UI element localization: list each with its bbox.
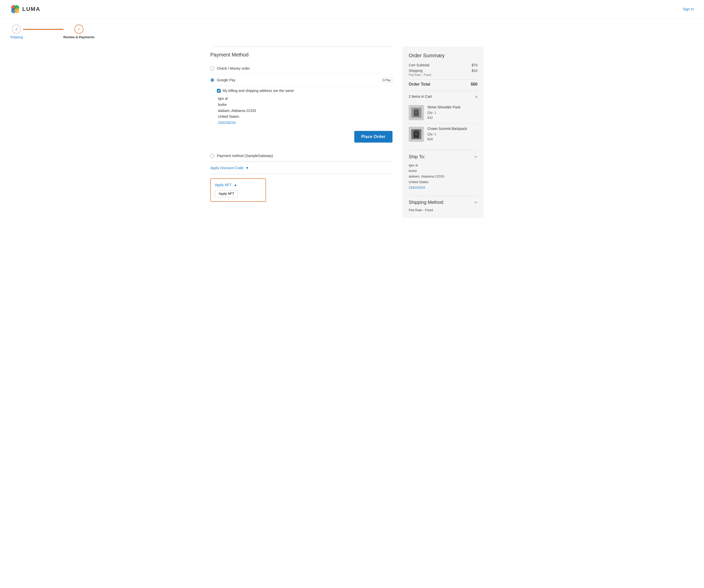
step-shipping-circle: ✓ [12,24,21,34]
items-in-cart-row[interactable]: 2 Items in Cart ∧ [409,91,477,99]
shipping-sub: Flat Rate - Fixed [409,73,477,77]
main-container: Payment Method Check / Money order Googl… [200,47,504,218]
cart-items-list: Strive Shoulder Pack Qty: 1 $32 [409,102,477,145]
order-summary-box: Order Summary Cart Subtotal $70 Shipping… [403,47,484,218]
radio-googlepay[interactable] [210,78,214,82]
billing-city: burke [218,102,393,108]
apply-discount-row[interactable]: Apply Discount Code ▼ [210,162,393,174]
cart-item-2-qty: Qty: 1 [427,132,477,137]
ship-to-header: Ship To: ✏ [409,154,477,160]
header: LUMA Sign In [0,0,704,18]
step-review-circle: ✓ [74,24,83,34]
billing-phone[interactable]: 234234234 [218,120,393,126]
ship-country: United States [409,179,477,185]
svg-rect-11 [415,133,418,134]
shipping-method-title: Shipping Method: [409,200,444,205]
ship-to-section: Ship To: ✏ Igor al burke alabam, Alabama… [409,150,477,191]
ship-name: Igor al [409,163,477,168]
cart-item-1-price: $32 [427,115,477,120]
left-panel: Payment Method Check / Money order Googl… [210,47,393,218]
cart-item-2-info: Crown Summit Backpack Qty: 1 $38 [427,126,477,142]
apply-nft-button[interactable]: Apply NFT [215,190,238,197]
backpack-icon-2 [411,129,421,139]
ship-phone[interactable]: 234234234 [409,185,477,191]
shipping-method-section: Shipping Method: ✏ Flat Rate - Fixed [409,196,477,212]
google-pay-section: My billing and shipping address are the … [210,86,393,150]
billing-address: Igor al burke alabam, Alabama 22333 Unit… [217,96,393,126]
section-divider [210,47,393,47]
step-shipping-label: Shipping [10,35,23,39]
radio-check[interactable] [210,66,214,70]
ship-city: burke [409,168,477,174]
cart-item-2-img [409,126,424,142]
billing-checkbox[interactable] [217,89,221,93]
progress-line [23,29,63,30]
cart-item-1-img [409,105,424,120]
ship-to-address: Igor al burke alabam, Alabama 22333 Unit… [409,163,477,191]
shipping-method-edit-icon[interactable]: ✏ [474,200,477,205]
step-review-label: Review & Payments [63,35,95,39]
payment-option-sample[interactable]: Payment method (SampleGateway) [210,150,393,162]
svg-rect-6 [415,109,418,111]
shipping-value: $10 [472,69,477,73]
cart-subtotal-row: Cart Subtotal $70 [409,63,477,67]
step-review: ✓ Review & Payments [63,24,95,39]
items-chevron-icon: ∧ [475,95,477,99]
cart-item-1-name: Strive Shoulder Pack [427,105,477,109]
svg-point-3 [14,8,19,13]
ship-to-edit-icon[interactable]: ✏ [474,155,477,159]
progress-steps: ✓ Shipping ✓ Review & Payments [0,18,704,47]
billing-state-zip: alabam, Alabama 22333 [218,108,393,114]
billing-country: United States [218,114,393,120]
discount-label: Apply Discount Code [210,166,243,170]
nft-label: Apply NFT [215,183,232,187]
shipping-row: Shipping $10 [409,69,477,73]
payment-method-title: Payment Method [210,52,393,58]
svg-rect-12 [415,135,418,135]
order-total-value: $80 [471,82,477,87]
items-in-cart-label: 2 Items in Cart [409,95,432,99]
svg-rect-10 [414,130,418,132]
googlepay-label: Google Pay [217,78,235,82]
order-total-row: Order Total $80 [409,79,477,87]
sample-gateway-label: Payment method (SampleGateway) [217,154,273,158]
svg-rect-7 [415,112,417,113]
cart-item-1-qty: Qty: 1 [427,110,477,115]
shipping-method-value: Flat Rate - Fixed [409,208,477,212]
billing-checkbox-label: My billing and shipping address are the … [223,89,294,93]
radio-sample[interactable] [210,154,214,158]
shipping-method-header: Shipping Method: ✏ [409,200,477,205]
cart-item-2-name: Crown Summit Backpack [427,126,477,131]
step-shipping: ✓ Shipping [10,24,23,39]
cart-item-2-price: $38 [427,137,477,142]
cart-item-1: Strive Shoulder Pack Qty: 1 $32 [409,102,477,123]
backpack-icon-1 [411,108,421,118]
logo-text: LUMA [22,6,41,12]
cart-item-1-info: Strive Shoulder Pack Qty: 1 $32 [427,105,477,120]
payment-option-googlepay[interactable]: Google Pay G Pay [210,74,393,86]
order-summary-title: Order Summary [409,53,477,58]
billing-checkbox-row: My billing and shipping address are the … [217,89,393,93]
discount-chevron: ▼ [245,166,249,170]
right-panel: Order Summary Cart Subtotal $70 Shipping… [403,47,484,218]
order-total-label: Order Total [409,82,430,87]
apply-nft-container: Apply NFT ▲ Apply NFT [210,178,266,202]
cart-subtotal-label: Cart Subtotal [409,63,429,67]
step-shipping-check: ✓ [15,27,18,32]
google-pay-badge: G Pay [381,78,393,82]
logo: LUMA [10,4,41,14]
payment-option-check[interactable]: Check / Money order [210,63,393,74]
place-order-button[interactable]: Place Order [354,131,393,143]
place-order-row: Place Order [217,131,393,143]
cart-subtotal-value: $70 [472,63,477,67]
billing-name: Igor al [218,96,393,102]
shipping-label: Shipping [409,69,423,73]
check-label: Check / Money order [217,66,250,70]
apply-nft-row[interactable]: Apply NFT ▲ [215,183,261,187]
luma-logo-icon [10,4,20,14]
nft-chevron: ▲ [234,183,237,187]
sign-in-link[interactable]: Sign In [683,7,694,11]
ship-to-title: Ship To: [409,154,425,160]
cart-item-2: Crown Summit Backpack Qty: 1 $38 [409,123,477,145]
ship-state-zip: alabam, Alabama 22333 [409,174,477,179]
